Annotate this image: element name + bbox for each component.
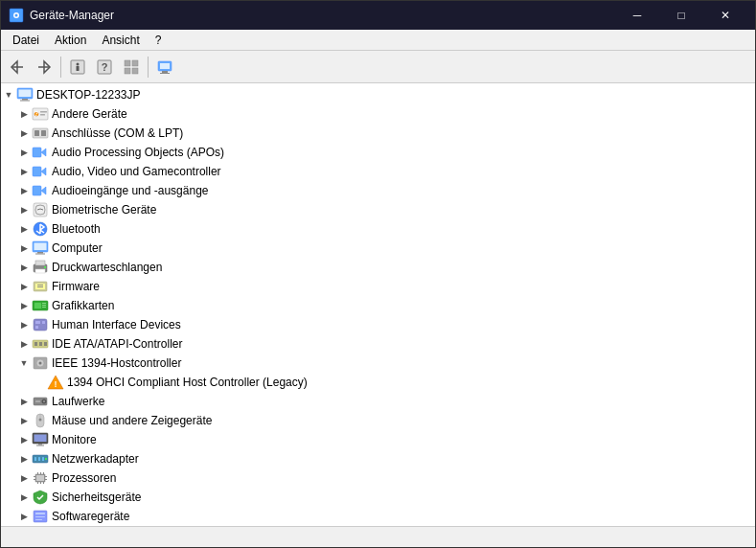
expand-icon-biometrisch[interactable]: ▶	[16, 202, 32, 217]
tree-item-computer[interactable]: ▶Computer	[1, 239, 755, 258]
tree-item-audio-video[interactable]: ▶Audio, Video und Gamecontroller	[1, 162, 755, 181]
expand-icon-softwaregerate[interactable]: ▶	[16, 509, 32, 524]
device-icon-netzwerk	[32, 451, 49, 467]
expand-icon-audio-video[interactable]: ▶	[16, 164, 32, 179]
svg-rect-60	[42, 321, 45, 324]
svg-rect-50	[37, 285, 43, 285]
svg-rect-43	[35, 254, 45, 255]
svg-rect-90	[45, 476, 47, 477]
expand-icon-audio-processing[interactable]: ▶	[16, 145, 32, 160]
tree-item-netzwerk[interactable]: ▶Netzwerkadapter	[1, 449, 755, 468]
expand-icon-druckwarteschlangen[interactable]: ▶	[16, 260, 32, 275]
tree-item-grafikkarten[interactable]: ▶Grafikkarten	[1, 296, 755, 315]
expand-icon-andere-gerate[interactable]: ▶	[16, 106, 32, 122]
expand-icon-grafikkarten[interactable]: ▶	[16, 298, 32, 313]
svg-rect-96	[40, 482, 41, 484]
tree-item-ide[interactable]: ▶IDE ATA/ATAPI-Controller	[1, 334, 755, 354]
tree-label-mause: Mäuse und andere Zeigegeräte	[52, 414, 212, 427]
svg-rect-58	[35, 321, 40, 324]
svg-rect-95	[37, 482, 38, 484]
computer-icon-button[interactable]	[152, 55, 177, 80]
minimize-button[interactable]: ─	[615, 1, 659, 30]
tree-item-audio-processing[interactable]: ▶Audio Processing Objects (APOs)	[1, 143, 755, 162]
expand-icon-computer[interactable]: ▶	[16, 240, 32, 256]
tree-item-hid[interactable]: ▶Human Interface Devices	[1, 315, 755, 334]
tree-item-anschlusse[interactable]: ▶Anschlüsse (COM & LPT)	[1, 124, 755, 143]
tree-item-audioeingange[interactable]: ▶Audioeingänge und -ausgänge	[1, 181, 755, 200]
device-icon-firmware	[32, 279, 49, 294]
svg-rect-78	[34, 435, 47, 443]
svg-rect-99	[35, 513, 45, 514]
tree-item-ieee1394-child[interactable]: !1394 OHCI Compliant Host Controller (Le…	[1, 373, 755, 392]
svg-rect-51	[37, 286, 43, 287]
tree-root[interactable]: ▼ DESKTOP-12233JP	[1, 85, 755, 104]
device-tree[interactable]: ▼ DESKTOP-12233JP ▶?Andere Geräte▶Anschl…	[1, 83, 755, 526]
window-title: Geräte-Manager	[30, 9, 615, 22]
svg-rect-36	[33, 186, 41, 195]
tree-item-laufwerke[interactable]: ▶Laufwerke	[1, 392, 755, 411]
svg-rect-80	[36, 445, 44, 446]
device-icon-audioeingange	[32, 183, 49, 198]
tree-item-andere-gerate[interactable]: ▶?Andere Geräte	[1, 104, 755, 124]
expand-icon-bluetooth[interactable]: ▶	[16, 221, 32, 237]
expand-icon-laufwerke[interactable]: ▶	[16, 394, 32, 409]
tree-item-monitore[interactable]: ▶Monitore	[1, 430, 755, 449]
expand-icon-anschlusse[interactable]: ▶	[16, 126, 32, 141]
forward-button[interactable]	[32, 55, 57, 80]
svg-rect-12	[125, 60, 130, 66]
tree-item-druckwarteschlangen[interactable]: ▶Druckwarteschlangen	[1, 258, 755, 277]
menu-datei[interactable]: Datei	[5, 32, 47, 48]
tree-item-softwaregerate[interactable]: ▶Softwaregeräte	[1, 507, 755, 526]
svg-rect-15	[132, 68, 138, 74]
expand-icon-prozessoren[interactable]: ▶	[16, 470, 32, 486]
svg-point-72	[43, 400, 45, 402]
tree-item-ieee1394[interactable]: ▼IEEE 1394-Hostcontroller	[1, 354, 755, 373]
window-icon	[9, 8, 24, 23]
menu-ansicht[interactable]: Ansicht	[94, 32, 147, 48]
close-button[interactable]: ✕	[703, 1, 747, 30]
svg-point-67	[39, 362, 42, 365]
root-expand-icon[interactable]: ▼	[1, 87, 16, 103]
svg-rect-17	[160, 63, 170, 69]
svg-rect-83	[38, 457, 40, 461]
toolbar-separator-1	[60, 57, 61, 78]
menu-help[interactable]: ?	[148, 32, 170, 48]
menu-aktion[interactable]: Aktion	[47, 32, 94, 48]
expand-icon-monitore[interactable]: ▶	[16, 432, 32, 447]
tree-item-firmware[interactable]: ▶Firmware	[1, 277, 755, 296]
svg-rect-84	[42, 457, 44, 461]
svg-point-2	[15, 14, 18, 17]
svg-rect-21	[19, 90, 32, 98]
properties-button[interactable]	[65, 55, 90, 80]
expand-icon-hid[interactable]: ▶	[16, 317, 32, 332]
svg-rect-56	[42, 307, 46, 308]
tree-item-mause[interactable]: ▶Mäuse und andere Zeigegeräte	[1, 411, 755, 430]
svg-rect-100	[35, 516, 45, 517]
back-button[interactable]	[5, 55, 30, 80]
expand-icon-netzwerk[interactable]: ▶	[16, 451, 32, 467]
svg-marker-33	[41, 148, 46, 156]
expand-icon-ide[interactable]: ▶	[16, 336, 32, 352]
expand-icon-mause[interactable]: ▶	[16, 413, 32, 428]
help-button[interactable]: ?	[92, 55, 117, 80]
tree-item-sicherheit[interactable]: ▶Sicherheitsgeräte	[1, 488, 755, 507]
device-icon-softwaregerate	[32, 509, 49, 524]
maximize-button[interactable]: □	[659, 1, 703, 30]
tree-item-biometrisch[interactable]: ▶Biometrische Geräte	[1, 200, 755, 219]
expand-icon-firmware[interactable]: ▶	[16, 279, 32, 294]
device-icon-laufwerke	[32, 394, 49, 409]
expand-icon-ieee1394-child	[32, 375, 47, 390]
tree-item-bluetooth[interactable]: ▶Bluetooth	[1, 219, 755, 239]
tree-label-softwaregerate: Softwaregeräte	[52, 510, 129, 523]
tree-label-biometrisch: Biometrische Geräte	[52, 203, 156, 217]
expand-icon-ieee1394[interactable]: ▼	[16, 355, 32, 371]
window-controls: ─ □ ✕	[615, 1, 747, 30]
svg-rect-9	[77, 66, 80, 71]
tree-item-prozessoren[interactable]: ▶Prozessoren	[1, 468, 755, 488]
expand-icon-audioeingange[interactable]: ▶	[16, 183, 32, 198]
tree-label-audio-video: Audio, Video und Gamecontroller	[52, 165, 221, 178]
view-button[interactable]	[119, 55, 144, 80]
expand-icon-sicherheit[interactable]: ▶	[16, 490, 32, 505]
svg-rect-91	[45, 479, 47, 480]
svg-rect-62	[34, 342, 37, 346]
